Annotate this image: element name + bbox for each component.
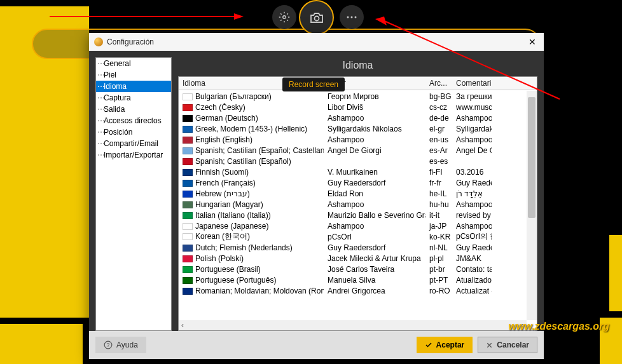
tooltip: Record screen	[282, 78, 345, 91]
app-icon	[94, 37, 103, 46]
accept-label: Aceptar	[436, 340, 465, 349]
table-row[interactable]: Portuguese (Brasil)José Carlos Taveirapt…	[179, 264, 527, 274]
table-row[interactable]: Polish (Polski)Jacek Milecki & Artur Kru…	[179, 253, 527, 264]
capture-button[interactable]	[299, 0, 334, 35]
sidebar-item[interactable]: ⋯General	[96, 58, 171, 69]
section-title: Idioma	[178, 57, 537, 76]
table-row[interactable]: Czech (Česky)Libor Divišcs-czwww.muscu	[179, 102, 527, 112]
table-row[interactable]: Finnish (Suomi)V. Muurikainenfi-FI03.201…	[179, 166, 527, 177]
cancel-button[interactable]: Cancelar	[478, 337, 537, 353]
table-row[interactable]: Korean (한국어)pCsOrIko-KRpCsOrI의 한	[179, 231, 527, 242]
sidebar-item[interactable]: ⋯Salida	[96, 104, 171, 115]
sidebar-item[interactable]: ⋯Captura	[96, 92, 171, 104]
sidebar-item[interactable]: ⋯Posición	[96, 126, 171, 138]
table-row[interactable]: Hebrew (עברית)Eldad Ronhe-ILאֶלְדָּד רֹן	[179, 188, 527, 199]
dialog-footer: ? Ayuda Aceptar Cancelar	[89, 331, 544, 359]
sidebar-item[interactable]: ⋯Idioma	[96, 81, 171, 92]
cancel-label: Cancelar	[497, 340, 529, 349]
svg-marker-8	[375, 17, 387, 25]
svg-point-0	[283, 16, 286, 19]
table-row[interactable]: Japanese (Japanese)Ashampooja-JPAshampoo	[179, 220, 527, 231]
table-row[interactable]: Romanian; Moldavian; Moldovan (Română)An…	[179, 285, 527, 296]
camera-icon	[309, 10, 324, 25]
table-header: Idioma Autor Arc... Comentario	[179, 77, 537, 90]
vertical-scrollbar[interactable]	[527, 91, 537, 320]
sidebar-item[interactable]: ⋯Piel	[96, 69, 171, 81]
close-button[interactable]: ✕	[526, 37, 539, 47]
table-row[interactable]: Portuguese (Português)Manuela Silvapt-PT…	[179, 274, 527, 285]
table-row[interactable]: Hungarian (Magyar)Ashampoohu-huAshampoo	[179, 199, 527, 210]
svg-marker-6	[234, 13, 244, 20]
svg-text:?: ?	[107, 342, 110, 348]
svg-point-1	[314, 16, 319, 20]
table-row[interactable]: Italian (Italiano (Italia))Maurizio Ball…	[179, 210, 527, 220]
th-comment[interactable]: Comentario	[452, 77, 492, 90]
gear-icon	[279, 11, 290, 23]
table-row[interactable]: French (Français)Guy Raedersdorffr-frGuy…	[179, 177, 527, 188]
table-row[interactable]: Greek, Modern (1453-) (Hellenic)Sylligar…	[179, 123, 527, 134]
window-title: Configuración	[107, 37, 526, 46]
help-button[interactable]: ? Ayuda	[95, 337, 146, 353]
check-icon	[425, 341, 432, 349]
watermark: www.zdescargas.org	[508, 321, 609, 332]
settings-button[interactable]	[272, 5, 296, 29]
table-row[interactable]: Dutch; Flemish (Nederlands)Guy Raedersdo…	[179, 242, 527, 253]
sidebar-item[interactable]: ⋯Compartir/Email	[96, 138, 171, 149]
accept-button[interactable]: Aceptar	[417, 337, 473, 353]
svg-point-4	[355, 17, 357, 18]
table-row[interactable]: Spanish; Castilian (Español; Castellano)…	[179, 145, 527, 156]
horizontal-scrollbar[interactable]: ‹›	[179, 320, 527, 330]
help-label: Ayuda	[116, 340, 138, 349]
table-row[interactable]: German (Deutsch)Ashampoode-deAshampoo	[179, 112, 527, 123]
table-row[interactable]: Bulgarian (Български)Георги Мирговbg-BGЗ…	[179, 91, 527, 102]
language-table: Idioma Autor Arc... Comentario Bulgarian…	[178, 76, 537, 331]
table-row[interactable]: Spanish; Castilian (Español)es-es	[179, 156, 527, 166]
x-icon	[486, 342, 493, 349]
titlebar: Configuración ✕	[89, 33, 544, 51]
th-file[interactable]: Arc...	[425, 77, 452, 90]
sidebar-item[interactable]: ⋯Importar/Exportar	[96, 149, 171, 161]
svg-point-3	[351, 17, 353, 18]
more-button[interactable]	[340, 5, 364, 29]
settings-sidebar: ⋯General⋯Piel⋯Idioma⋯Captura⋯Salida⋯Acce…	[95, 57, 172, 331]
scroll-thumb[interactable]	[528, 97, 536, 218]
help-icon: ?	[104, 340, 113, 349]
table-row[interactable]: English (English)Ashampooen-usAshampoo	[179, 134, 527, 145]
sidebar-item[interactable]: ⋯Accesos directos	[96, 115, 171, 126]
svg-point-2	[347, 17, 349, 18]
more-icon	[346, 16, 357, 18]
